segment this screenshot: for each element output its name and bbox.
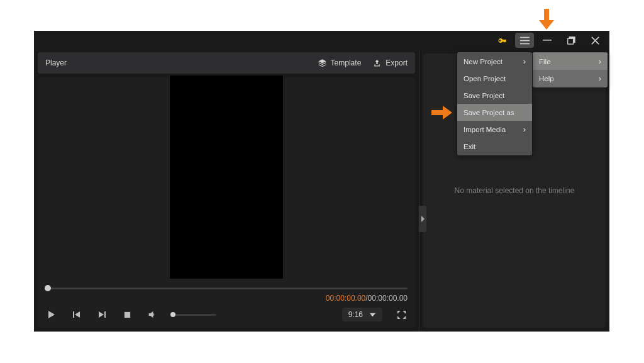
menu-item-new-project[interactable]: New Project ›: [457, 53, 532, 70]
annotation-arrow-down-icon: [539, 9, 554, 30]
svg-marker-8: [48, 311, 55, 318]
svg-marker-10: [75, 311, 80, 318]
annotation-arrow-right-icon: [431, 106, 452, 120]
menu-item-label: New Project: [464, 58, 502, 65]
chevron-right-icon: ›: [599, 57, 601, 66]
player-controls: 00:00:00.00 / 00:00:00.00: [38, 279, 415, 328]
window-maximize-button[interactable]: [560, 31, 582, 49]
export-label: Export: [386, 59, 408, 67]
chevron-right-icon: ›: [523, 57, 526, 66]
svg-marker-15: [421, 216, 425, 222]
panel-expand-handle[interactable]: [419, 206, 426, 232]
svg-rect-12: [104, 311, 106, 318]
volume-button[interactable]: [146, 308, 158, 321]
template-label: Template: [331, 59, 362, 67]
video-preview: [170, 75, 283, 281]
aspect-ratio-select[interactable]: 9:16: [342, 308, 382, 321]
svg-rect-3: [543, 40, 552, 41]
template-button[interactable]: Template: [318, 59, 362, 68]
menu-item-label: Help: [539, 75, 554, 82]
prev-frame-button[interactable]: [70, 308, 83, 321]
fullscreen-button[interactable]: [395, 308, 408, 321]
svg-rect-5: [567, 38, 573, 44]
stop-button[interactable]: [121, 308, 133, 321]
window-close-button[interactable]: [584, 31, 606, 49]
menu-item-label: Import Media: [464, 126, 506, 133]
menu-item-label: Save Project as: [464, 109, 514, 116]
play-button[interactable]: [45, 308, 58, 321]
export-button[interactable]: Export: [372, 59, 408, 68]
menu-item-exit[interactable]: Exit: [457, 138, 532, 155]
volume-slider[interactable]: [171, 314, 216, 316]
player-viewport: [38, 77, 415, 279]
total-time: 00:00:00.00: [368, 294, 408, 303]
svg-marker-11: [99, 311, 104, 318]
svg-marker-14: [370, 313, 375, 316]
menu-item-label: File: [539, 58, 551, 65]
svg-rect-0: [520, 36, 530, 38]
seek-slider[interactable]: [45, 284, 408, 293]
player-title: Player: [45, 59, 67, 67]
menu-item-label: Save Project: [464, 92, 504, 99]
time-display: 00:00:00.00 / 00:00:00.00: [45, 294, 408, 303]
hamburger-menu-button[interactable]: [515, 33, 534, 48]
window-minimize-button[interactable]: [536, 31, 558, 49]
chevron-down-icon: [369, 311, 376, 318]
svg-rect-9: [73, 311, 74, 318]
menu-item-import-media[interactable]: Import Media ›: [457, 121, 532, 138]
chevron-right-icon: ›: [599, 74, 601, 83]
menu-item-open-project[interactable]: Open Project: [457, 70, 532, 87]
main-menu: File › Help ›: [533, 52, 608, 87]
titlebar: [34, 31, 609, 50]
file-submenu: New Project › Open Project Save Project …: [457, 52, 532, 155]
next-frame-button[interactable]: [96, 308, 108, 321]
menu-item-help[interactable]: Help ›: [533, 70, 608, 87]
aspect-ratio-value: 9:16: [348, 310, 363, 319]
empty-properties-message: No material selected on the timeline: [455, 186, 575, 195]
menu-item-label: Open Project: [464, 75, 506, 82]
svg-rect-13: [124, 311, 130, 317]
menu-item-save-project-as[interactable]: Save Project as: [457, 104, 532, 121]
menu-item-save-project[interactable]: Save Project: [457, 87, 532, 104]
chevron-right-icon: ›: [523, 125, 526, 134]
svg-rect-2: [520, 43, 530, 44]
menu-item-label: Exit: [464, 143, 475, 150]
svg-rect-1: [520, 40, 530, 41]
activation-key-button[interactable]: [491, 31, 513, 49]
player-panel: Player Template Export: [34, 50, 419, 332]
current-time: 00:00:00.00: [326, 294, 365, 303]
player-header: Player Template Export: [38, 52, 415, 74]
menu-item-file[interactable]: File ›: [533, 53, 608, 70]
